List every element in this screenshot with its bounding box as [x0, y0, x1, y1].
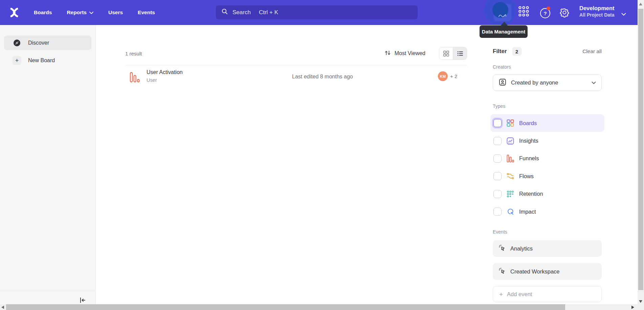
- nav-item-label: Events: [138, 9, 155, 16]
- project-name: Development: [579, 5, 615, 12]
- nav-item-label: Boards: [34, 9, 52, 16]
- scroll-left-arrow-icon[interactable]: [1, 306, 4, 309]
- event-filter-analytics[interactable]: Analytics: [493, 240, 602, 257]
- scroll-down-arrow-icon[interactable]: [639, 300, 642, 303]
- collapse-panel-icon: [79, 297, 86, 305]
- filter-count-badge: 2: [512, 47, 521, 56]
- vertical-scrollbar[interactable]: [638, 0, 644, 310]
- chevron-down-icon: [592, 81, 596, 84]
- event-label: Created Workspace: [510, 268, 560, 275]
- nav-item-reports[interactable]: Reports: [67, 9, 93, 16]
- sort-dropdown[interactable]: Most Viewed: [384, 50, 439, 57]
- nav-item-boards[interactable]: Boards: [34, 9, 52, 16]
- type-label: Insights: [519, 138, 538, 144]
- vertical-scrollbar-thumb[interactable]: [638, 9, 643, 290]
- result-count: 1 result: [125, 51, 142, 56]
- add-event-label: Add event: [507, 291, 532, 297]
- scroll-up-arrow-icon[interactable]: [639, 3, 642, 5]
- app-root: Boards Reports Users Events Search Ctrl …: [0, 0, 644, 310]
- chevron-down-icon: [89, 9, 93, 16]
- result-subtitle: User: [147, 77, 183, 83]
- type-row-flows[interactable]: Flows: [490, 167, 604, 185]
- tooltip-label: Data Management: [482, 29, 525, 34]
- flow-waves-icon: [507, 172, 514, 180]
- type-label: Impact: [519, 209, 536, 215]
- horizontal-scrollbar[interactable]: [0, 304, 638, 310]
- cursor-click-icon: [499, 267, 506, 276]
- data-management-icon: [498, 13, 507, 20]
- chevron-down-icon[interactable]: [621, 11, 626, 17]
- view-mode-toggle: [439, 47, 467, 60]
- sidebar-item-label: Discover: [28, 40, 49, 46]
- project-switcher[interactable]: Development All Project Data: [579, 5, 615, 18]
- plus-icon: +: [499, 291, 503, 297]
- type-row-impact[interactable]: Impact: [490, 203, 604, 220]
- event-filter-created-workspace[interactable]: Created Workspace: [493, 263, 602, 280]
- impact-target-icon: [507, 208, 514, 215]
- avatar[interactable]: KM: [438, 71, 448, 81]
- insights-chart-icon: [507, 137, 514, 145]
- boards-grid-icon: [507, 119, 514, 127]
- type-row-retention[interactable]: Retention: [490, 185, 604, 203]
- search-placeholder: Search: [232, 9, 251, 16]
- results-toolbar: 1 result Most Viewed: [125, 47, 467, 60]
- sort-arrows-icon: [384, 50, 391, 57]
- checkbox-insights[interactable]: [493, 137, 502, 145]
- retention-dots-icon: [507, 190, 514, 198]
- filter-title: Filter: [493, 48, 507, 55]
- notification-dot: [547, 6, 550, 10]
- compass-icon: [13, 39, 21, 47]
- type-row-boards[interactable]: Boards: [490, 114, 604, 132]
- type-filter-list: Boards Insights: [490, 114, 604, 220]
- type-label: Retention: [519, 191, 543, 197]
- checkbox-impact[interactable]: [493, 208, 502, 216]
- creators-selected-value: Created by anyone: [511, 79, 558, 86]
- cursor-click-icon: [499, 244, 506, 253]
- global-search-input[interactable]: Search Ctrl + K: [216, 5, 418, 19]
- left-sidebar: Discover + New Board: [0, 25, 96, 310]
- type-row-funnels[interactable]: Funnels: [490, 150, 604, 167]
- type-label: Boards: [519, 120, 537, 126]
- types-section-label: Types: [493, 103, 505, 109]
- creators-section-label: Creators: [493, 64, 511, 70]
- plus-icon: +: [13, 56, 21, 65]
- result-row-user-activation[interactable]: User Activation User Last edited 8 month…: [125, 68, 467, 87]
- data-management-tooltip: Data Management: [480, 25, 528, 38]
- result-last-edited: Last edited 8 months ago: [292, 74, 353, 80]
- scroll-right-arrow-icon[interactable]: [631, 306, 634, 309]
- result-title: User Activation: [147, 69, 183, 75]
- type-row-insights[interactable]: Insights: [490, 132, 604, 149]
- funnel-bars-icon: [507, 154, 514, 163]
- events-section-label: Events: [493, 229, 507, 235]
- search-shortcut-hint: Ctrl + K: [259, 9, 278, 16]
- settings-gear-icon[interactable]: [559, 7, 570, 19]
- top-navbar: Boards Reports Users Events Search Ctrl …: [0, 0, 644, 25]
- event-label: Analytics: [510, 245, 533, 252]
- nav-item-label: Reports: [67, 9, 87, 16]
- checkbox-retention[interactable]: [493, 190, 502, 198]
- nav-item-label: Users: [108, 9, 123, 16]
- horizontal-scrollbar-thumb[interactable]: [6, 304, 565, 310]
- apps-grid-icon[interactable]: [518, 6, 529, 18]
- mixpanel-logo-icon[interactable]: [9, 8, 19, 17]
- sidebar-item-discover[interactable]: Discover: [4, 35, 91, 50]
- type-label: Flows: [519, 173, 534, 180]
- sidebar-item-label: New Board: [28, 57, 55, 64]
- checkbox-flows[interactable]: [493, 172, 502, 180]
- help-glyph: ?: [543, 10, 547, 16]
- clear-all-button[interactable]: Clear all: [582, 48, 602, 54]
- grid-view-button[interactable]: [439, 47, 453, 59]
- results-divider: [125, 65, 467, 65]
- primary-nav: Boards Reports Users Events: [34, 0, 155, 25]
- sidebar-item-new-board[interactable]: + New Board: [4, 53, 91, 68]
- add-event-button[interactable]: + Add event: [493, 286, 602, 302]
- list-view-button[interactable]: [453, 47, 467, 59]
- type-label: Funnels: [519, 155, 539, 162]
- sort-label: Most Viewed: [395, 50, 425, 56]
- creators-dropdown[interactable]: Created by anyone: [493, 74, 602, 91]
- nav-item-events[interactable]: Events: [138, 9, 155, 16]
- nav-item-users[interactable]: Users: [108, 9, 123, 16]
- checkbox-funnels[interactable]: [493, 154, 502, 163]
- checkbox-boards[interactable]: [493, 119, 502, 127]
- sidebar-footer-divider: [0, 291, 95, 291]
